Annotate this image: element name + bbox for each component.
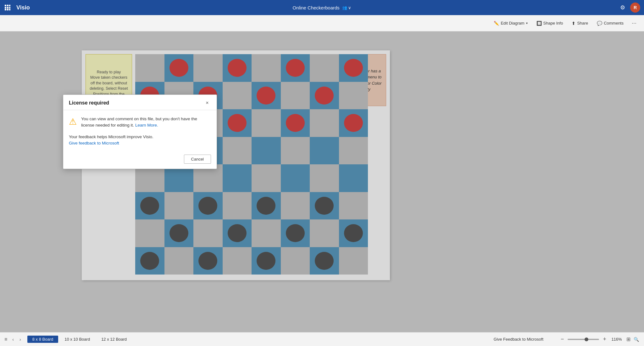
svg-rect-2	[9, 5, 10, 6]
comments-button[interactable]: 💬 Comments	[594, 19, 627, 27]
svg-rect-5	[9, 7, 10, 9]
svg-rect-8	[9, 9, 10, 10]
feedback-link[interactable]: Give feedback to Microsoft	[69, 141, 119, 145]
shape-info-button[interactable]: 🔲 Shape Info	[533, 19, 566, 27]
edit-icon: ✏️	[494, 21, 499, 26]
collaboration-icon: 👥 ∨	[342, 5, 352, 10]
zoom-slider[interactable]	[568, 339, 599, 340]
app-grid-button[interactable]	[0, 0, 15, 15]
dialog-header: License required ×	[63, 95, 217, 110]
avatar[interactable]: R	[630, 3, 640, 13]
nav-left: ≡ ‹ ›	[0, 335, 26, 343]
toolbar-more-button[interactable]: ···	[629, 19, 639, 28]
dialog-body: ⚠ You can view and comment on this file,…	[63, 110, 217, 155]
warning-icon: ⚠	[69, 116, 77, 127]
svg-rect-4	[7, 7, 8, 9]
app-name: Visio	[16, 4, 30, 11]
title-center: Online Checkerboards 👥 ∨	[293, 5, 352, 10]
nav-arrow-left[interactable]: ‹	[10, 336, 16, 343]
status-bar: ≡ ‹ › 8 x 8 Board10 x 10 Board12 x 12 Bo…	[0, 332, 644, 346]
page-tab-1[interactable]: 10 x 10 Board	[59, 336, 95, 343]
svg-rect-6	[5, 9, 6, 10]
shape-info-label: Shape Info	[543, 21, 563, 26]
dialog-close-button[interactable]: ×	[203, 99, 211, 107]
cancel-button[interactable]: Cancel	[184, 155, 211, 164]
share-label: Share	[577, 21, 588, 26]
edit-diagram-button[interactable]: ✏️ Edit Diagram ▾	[491, 19, 530, 27]
fit-to-page-icon[interactable]: ⊞	[625, 336, 632, 343]
feedback-status-link[interactable]: Give Feedback to Microsoft	[494, 337, 543, 342]
svg-rect-1	[7, 5, 8, 6]
share-icon: ⬆	[572, 21, 575, 26]
dialog-title: License required	[69, 100, 109, 106]
comment-icon: 💬	[597, 21, 602, 26]
dialog-feedback-text: Your feedback helps Microsoft improve Vi…	[69, 134, 211, 147]
page-tabs: 8 x 8 Board10 x 10 Board12 x 12 Board	[27, 336, 132, 343]
share-button[interactable]: ⬆ Share	[569, 19, 591, 27]
dialog-footer: Cancel	[63, 155, 217, 169]
zoom-plus-button[interactable]: +	[601, 335, 608, 343]
svg-rect-7	[7, 9, 8, 10]
dialog-message: You can view and comment on this file, b…	[81, 116, 211, 129]
edit-diagram-label: Edit Diagram	[501, 21, 524, 26]
title-right-controls: ⚙ R	[620, 3, 640, 13]
zoom-minus-button[interactable]: −	[559, 335, 566, 343]
zoom-search-icon[interactable]: 🔍	[634, 337, 639, 342]
zoom-controls: − + 116% ⊞ 🔍	[554, 335, 644, 343]
learn-more-link[interactable]: Learn More.	[135, 123, 158, 128]
settings-icon[interactable]: ⚙	[620, 4, 625, 11]
comments-label: Comments	[604, 21, 624, 26]
title-bar: Visio Online Checkerboards 👥 ∨ ⚙ R	[0, 0, 644, 15]
zoom-slider-thumb[interactable]	[585, 337, 588, 341]
canvas-area: Ready to play Move taken checkers off th…	[0, 31, 644, 332]
svg-rect-3	[5, 7, 6, 9]
dialog-overlay: License required × ⚠ You can view and co…	[0, 31, 644, 332]
svg-rect-0	[5, 5, 6, 6]
nav-arrow-right[interactable]: ›	[18, 336, 23, 343]
zoom-level: 116%	[610, 337, 623, 342]
hamburger-icon[interactable]: ≡	[3, 335, 8, 343]
page-tab-2[interactable]: 12 x 12 Board	[96, 336, 132, 343]
toolbar: ✏️ Edit Diagram ▾ 🔲 Shape Info ⬆ Share 💬…	[0, 15, 644, 31]
page-tab-0[interactable]: 8 x 8 Board	[27, 336, 58, 343]
info-icon: 🔲	[536, 21, 542, 26]
document-title: Online Checkerboards	[293, 5, 340, 10]
edit-dropdown-icon: ▾	[526, 21, 528, 25]
dialog-message-row: ⚠ You can view and comment on this file,…	[69, 116, 211, 129]
license-dialog: License required × ⚠ You can view and co…	[63, 94, 217, 169]
